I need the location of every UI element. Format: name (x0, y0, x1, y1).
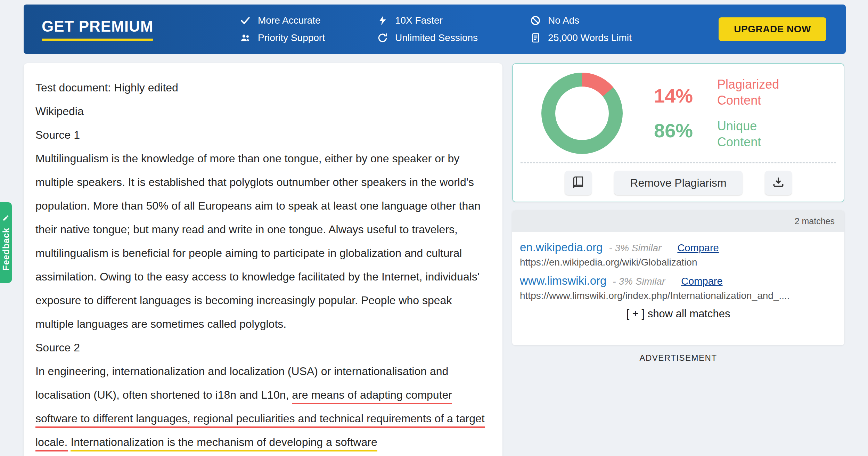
match-similarity: - 3% Similar (613, 276, 665, 287)
download-icon (772, 176, 785, 190)
unique-percentage: 86% (654, 121, 693, 140)
no-ads-icon (530, 15, 541, 26)
document-content: Test document: Highly editedWikipediaSou… (35, 76, 489, 454)
upgrade-now-button[interactable]: UPGRADE NOW (719, 17, 826, 41)
advertisement-label: ADVERTISEMENT (512, 353, 844, 363)
compare-link[interactable]: Compare (681, 276, 722, 287)
feature-item: 10X Faster (377, 15, 478, 26)
show-all-matches-link[interactable]: [ + ] show all matches (512, 308, 844, 320)
report-button[interactable] (565, 171, 592, 195)
plagiarized-percentage: 14% (654, 86, 693, 106)
remove-plagiarism-button[interactable]: Remove Plagiarism (614, 171, 742, 195)
match-similarity: - 3% Similar (609, 243, 661, 254)
label-column: Plagiarized Content Unique Content (717, 76, 797, 150)
feature-label: More Accurate (258, 15, 321, 26)
feedback-tab[interactable]: Feedback (0, 202, 12, 283)
text-segment: Test document: Highly edited (35, 81, 178, 94)
bolt-icon (377, 15, 388, 26)
document-paragraph: Wikipedia (35, 99, 489, 123)
document-paragraph: Source 1 (35, 123, 489, 147)
feature-item: Priority Support (240, 32, 325, 43)
match-row: en.wikipedia.org- 3% SimilarComparehttps… (520, 241, 837, 268)
plagiarized-label: Plagiarized Content (717, 76, 797, 108)
users-icon (240, 32, 251, 43)
matches-panel: 2 matches en.wikipedia.org- 3% SimilarCo… (512, 210, 844, 345)
compare-link[interactable]: Compare (677, 242, 719, 254)
match-site-link[interactable]: www.limswiki.org (520, 274, 606, 287)
feature-label: No Ads (548, 15, 579, 26)
matches-header: 2 matches (512, 210, 844, 232)
text-segment: Wikipedia (35, 105, 84, 117)
document-paragraph: Test document: Highly edited (35, 76, 489, 99)
document-paragraph: In engineering, internationalization and… (35, 359, 489, 454)
feature-item: 25,000 Words Limit (530, 32, 632, 43)
book-icon (572, 176, 585, 190)
document-paragraph: Source 2 (35, 336, 489, 359)
refresh-icon (377, 32, 388, 43)
percentage-column: 14% 86% (654, 86, 693, 140)
match-row: www.limswiki.org- 3% SimilarComparehttps… (520, 274, 837, 301)
feature-label: Priority Support (258, 32, 325, 43)
feature-label: 10X Faster (395, 15, 443, 26)
plagiarism-donut-chart (541, 73, 623, 154)
pencil-icon (2, 214, 9, 223)
feature-item: No Ads (530, 15, 632, 26)
feature-item: Unlimited Sessions (377, 32, 478, 43)
feature-grid: More AccuratePriority Support10X FasterU… (240, 15, 632, 43)
results-panel: 14% 86% Plagiarized Content Unique Conte… (512, 63, 844, 202)
feedback-label: Feedback (1, 228, 11, 270)
text-segment: Multilingualism is the knowledge of more… (35, 152, 481, 330)
premium-banner: GET PREMIUM More AccuratePriority Suppor… (24, 5, 846, 54)
premium-title-wrap: GET PREMIUM (42, 18, 153, 41)
feature-label: Unlimited Sessions (395, 32, 478, 43)
premium-title: GET PREMIUM (42, 18, 153, 35)
match-row-top: www.limswiki.org- 3% SimilarCompare (520, 274, 837, 287)
feature-label: 25,000 Words Limit (548, 32, 632, 43)
text-segment: Source 2 (35, 341, 80, 354)
document-panel: Test document: Highly editedWikipediaSou… (24, 63, 502, 456)
matches-count: 2 matches (795, 216, 835, 226)
highlighted-segment: Internationalization is the mechanism of… (71, 436, 377, 451)
feature-item: More Accurate (240, 15, 325, 26)
match-url: https://en.wikipedia.org/wiki/Globalizat… (520, 257, 837, 268)
match-site-link[interactable]: en.wikipedia.org (520, 241, 603, 254)
text-segment: Source 1 (35, 129, 80, 141)
download-button[interactable] (765, 171, 792, 195)
match-row-top: en.wikipedia.org- 3% SimilarCompare (520, 241, 837, 254)
match-list: en.wikipedia.org- 3% SimilarComparehttps… (512, 232, 844, 301)
results-summary: 14% 86% Plagiarized Content Unique Conte… (513, 64, 844, 162)
match-url: https://www.limswiki.org/index.php/Inter… (520, 290, 837, 301)
check-icon (240, 15, 251, 26)
document-paragraph: Multilingualism is the knowledge of more… (35, 147, 489, 336)
document-icon (530, 32, 541, 43)
unique-label: Unique Content (717, 118, 797, 150)
results-actions: Remove Plagiarism (513, 163, 844, 202)
premium-title-underline (42, 39, 153, 41)
